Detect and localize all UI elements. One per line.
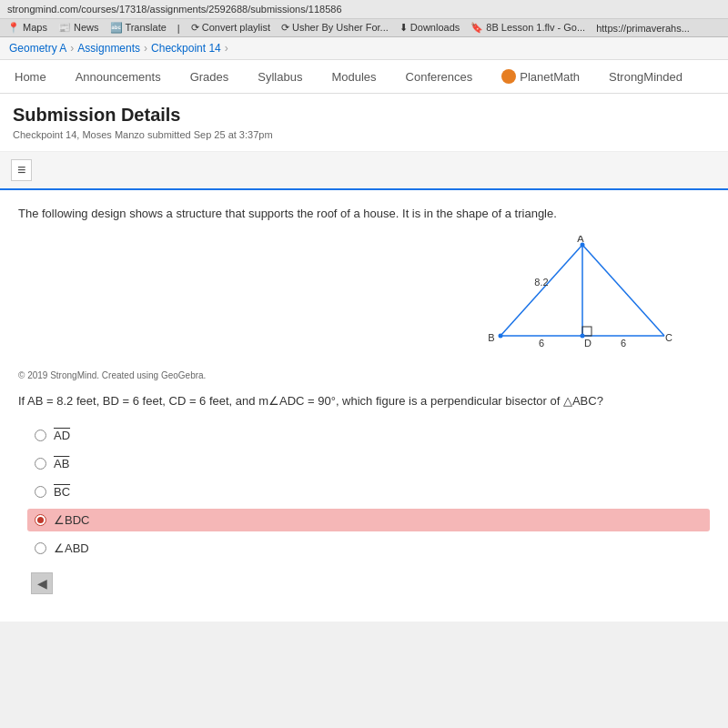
toolbar-usher[interactable]: ⟳ Usher By Usher For...	[281, 22, 389, 34]
label-c: C	[665, 332, 672, 343]
label-a: A	[577, 236, 584, 244]
radio-bdc[interactable]	[35, 514, 46, 526]
nav-conferences[interactable]: Conferences	[400, 61, 479, 93]
nav-announcements[interactable]: Announcements	[70, 61, 167, 93]
radio-abd[interactable]	[35, 542, 46, 554]
copyright-text: © 2019 StrongMind. Created using GeoGebr…	[18, 370, 710, 380]
nav-home[interactable]: Home	[9, 61, 52, 93]
nav-planetmath[interactable]: PlanetMath	[496, 60, 585, 93]
label-d: D	[584, 338, 592, 349]
url-text: strongmind.com/courses/17318/assignments…	[7, 4, 342, 15]
svg-line-0	[500, 245, 582, 336]
math-question-text: If AB = 8.2 feet, BD = 6 feet, CD = 6 fe…	[18, 391, 710, 411]
toolbar-lesson[interactable]: 🔖 8B Lesson 1.flv - Go...	[470, 22, 585, 34]
planet-icon	[501, 69, 516, 84]
prev-arrow[interactable]: ◀	[31, 572, 53, 594]
radio-bc[interactable]	[35, 486, 46, 498]
toolbar-downloads[interactable]: ⬇ Downloads	[399, 22, 460, 34]
toolbar-row: ≡	[0, 152, 728, 190]
label-ab: AB	[54, 457, 69, 470]
main-content: ≡ The following design shows a structure…	[0, 152, 728, 622]
measure-dc-label: 6	[621, 338, 626, 349]
breadcrumb-sep-1: ›	[70, 42, 74, 55]
label-b: B	[488, 332, 494, 343]
point-a	[581, 242, 585, 247]
question-area: The following design shows a structure t…	[0, 190, 728, 622]
choice-bc[interactable]: BC	[27, 480, 710, 503]
breadcrumb-sep-3: ›	[225, 42, 228, 55]
svg-line-1	[582, 245, 664, 336]
diagram-area: A B C D 8.2 6 6	[18, 236, 710, 363]
choice-ad[interactable]: AD	[27, 424, 710, 447]
page-header: Submission Details Checkpoint 14, Moses …	[0, 94, 728, 152]
toolbar-news[interactable]: 📰 News	[58, 22, 99, 34]
toolbar-translate[interactable]: 🔤 Translate	[110, 22, 167, 34]
nav-strongminded[interactable]: StrongMinded	[603, 61, 688, 93]
breadcrumb-geometry[interactable]: Geometry A	[9, 42, 66, 55]
toolbar-primavera[interactable]: https://primaverahs...	[596, 23, 690, 34]
toolbar-maps[interactable]: 📍 Maps	[7, 22, 47, 34]
radio-ad[interactable]	[35, 430, 46, 441]
hamburger-menu[interactable]: ≡	[11, 159, 32, 181]
browser-toolbar: 📍 Maps 📰 News 🔤 Translate | ⟳ Convert pl…	[0, 19, 728, 37]
toolbar-separator: |	[177, 23, 180, 34]
breadcrumb: Geometry A › Assignments › Checkpoint 14…	[0, 37, 728, 60]
nav-bar: Home Announcements Grades Syllabus Modul…	[0, 60, 728, 94]
measure-ab-label: 8.2	[534, 277, 548, 288]
question-description: The following design shows a structure t…	[18, 205, 710, 223]
choice-abd[interactable]: ∠ABD	[27, 537, 710, 560]
breadcrumb-assignments[interactable]: Assignments	[77, 42, 140, 55]
label-bdc: ∠BDC	[54, 513, 89, 527]
measure-bd-label: 6	[539, 338, 544, 349]
triangle-diagram: A B C D 8.2 6 6	[482, 236, 682, 363]
toolbar-convert[interactable]: ⟳ Convert playlist	[191, 22, 270, 34]
radio-ab[interactable]	[35, 458, 46, 470]
page-title: Submission Details	[13, 105, 715, 126]
choice-ab[interactable]: AB	[27, 452, 710, 475]
nav-syllabus[interactable]: Syllabus	[252, 61, 308, 93]
point-b	[499, 333, 503, 338]
label-ad: AD	[54, 429, 70, 442]
nav-grades[interactable]: Grades	[185, 61, 235, 93]
browser-url-bar: strongmind.com/courses/17318/assignments…	[0, 0, 728, 19]
breadcrumb-sep-2: ›	[144, 42, 147, 55]
page-subtitle: Checkpoint 14, Moses Manzo submitted Sep…	[13, 129, 715, 140]
answer-choices: AD AB BC ∠BDC ∠ABD	[18, 424, 710, 560]
choice-bdc[interactable]: ∠BDC	[27, 509, 710, 531]
label-bc: BC	[54, 485, 70, 499]
breadcrumb-checkpoint[interactable]: Checkpoint 14	[151, 42, 221, 55]
label-abd: ∠ABD	[54, 541, 89, 555]
point-d	[581, 333, 585, 338]
bottom-nav: ◀	[18, 560, 710, 607]
nav-modules[interactable]: Modules	[326, 61, 381, 93]
